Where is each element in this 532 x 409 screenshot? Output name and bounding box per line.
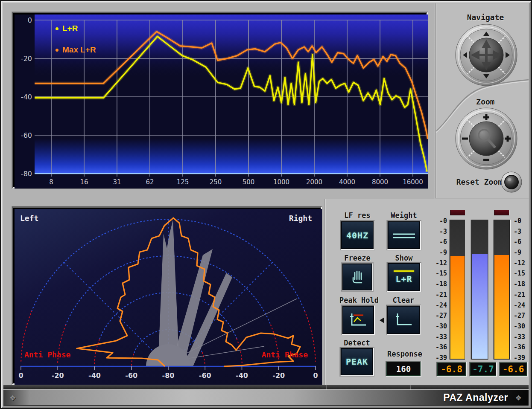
svg-text:-60: -60 [21, 131, 32, 139]
svg-text:8000: 8000 [372, 178, 388, 186]
meter-scale-right: -0-3-6-9-12-15-18-21-24-27-30-33-36-39 [514, 217, 532, 362]
meter-scale-label: -27 [514, 312, 532, 319]
waves-ornament-icon: ❖ [515, 394, 522, 402]
meter-fill-mid [472, 254, 488, 359]
meter-scale-label: -18 [427, 280, 447, 288]
response-display[interactable]: 160 [386, 361, 421, 377]
show-label: Show [387, 254, 421, 262]
phase-display: 0-20-40-60-80-60-40-200 Left Right Anti … [12, 206, 322, 385]
strip-notch [410, 385, 411, 389]
meter-scale-label: -18 [514, 280, 532, 288]
svg-text:0: 0 [18, 371, 23, 380]
weight-lines-icon [390, 229, 418, 242]
meter-readout-right-value: -6.6 [503, 364, 524, 374]
navigate-label: Navigate [443, 13, 528, 22]
svg-text:-60: -60 [125, 371, 137, 380]
svg-text:-40: -40 [236, 371, 248, 380]
meter-scale-label: -21 [514, 291, 532, 299]
response-value: 160 [396, 364, 411, 374]
plugin-title: PAZ Analyzer [443, 392, 508, 403]
meter-readout-mid-value: -7.7 [472, 364, 494, 374]
svg-text:62: 62 [146, 178, 154, 186]
svg-text:-40: -40 [21, 93, 32, 101]
clear-button[interactable] [386, 305, 421, 335]
svg-text:-20: -20 [272, 371, 285, 380]
svg-text:16: 16 [80, 178, 88, 186]
waves-ornament-icon: ❖ [9, 394, 16, 402]
weight-label: Weight [387, 211, 421, 220]
meter-scale-label: -6 [427, 238, 447, 246]
detect-label: Detect [340, 339, 374, 347]
meter-scale-label: -3 [427, 228, 447, 235]
svg-text:0: 0 [313, 371, 318, 380]
meter-scale-label: -0 [514, 217, 532, 225]
svg-text:-60: -60 [199, 371, 211, 380]
peak-hold-button[interactable] [342, 305, 375, 335]
panel-divider-horizontal [3, 198, 529, 199]
lf-res-button[interactable]: 40HZ [340, 220, 374, 250]
navigate-zoom-panel: Navigate Zoom [435, 3, 529, 198]
clear-axes-icon [393, 311, 414, 328]
show-value: L+R [395, 274, 412, 284]
hand-icon [348, 269, 366, 286]
title-bar: ❖ PAZ Analyzer ❖ [3, 389, 529, 406]
freeze-button[interactable] [342, 263, 373, 291]
peak-hold-icon [348, 311, 368, 328]
svg-text:2000: 2000 [306, 178, 322, 186]
svg-text:0: 0 [28, 16, 32, 24]
meter-scale-label: -30 [427, 322, 447, 330]
strip-notch [326, 385, 327, 389]
meter-scale-label: -33 [427, 333, 447, 341]
svg-text:-40: -40 [88, 371, 101, 380]
meter-readout-mid[interactable]: -7.7 [469, 362, 497, 377]
meter-scale-label: -30 [514, 322, 532, 330]
reset-zoom-label: Reset Zoom [438, 177, 503, 186]
meter-scale-label: -6 [514, 238, 532, 246]
peak-hold-label: Peak Hold [333, 296, 385, 305]
freeze-label: Freeze [342, 254, 373, 262]
lf-res-value: 40HZ [346, 230, 368, 241]
zoom-pad[interactable] [454, 107, 518, 171]
detect-button[interactable]: PEAK [340, 347, 374, 376]
meter-scale-label: -24 [427, 302, 447, 309]
meter-scale-label: -21 [427, 291, 447, 299]
plugin-window: 81631621252505001000200040008000160000-2… [0, 0, 532, 409]
meter-scale-label: -36 [514, 343, 532, 351]
panel-divider-vertical-bottom [324, 199, 326, 386]
zoom-label: Zoom [443, 97, 528, 106]
show-button[interactable]: L+R [387, 262, 421, 292]
phase-right-label: Right [289, 214, 312, 223]
svg-text:-80: -80 [162, 371, 175, 380]
meter-bar-right [494, 220, 510, 360]
meter-scale-label: -15 [427, 270, 447, 277]
svg-text:250: 250 [210, 178, 222, 186]
meter-bar-left [450, 220, 465, 360]
svg-text:125: 125 [177, 178, 189, 186]
meter-readout-left-value: -6.8 [441, 364, 462, 374]
clear-label: Clear [386, 296, 421, 305]
show-selected-underline [394, 270, 414, 272]
bottom-groove-strip [3, 385, 529, 389]
svg-text:31: 31 [113, 178, 121, 186]
meter-scale-label: -33 [514, 333, 532, 341]
weight-button[interactable] [387, 220, 421, 250]
svg-text:8: 8 [49, 178, 53, 186]
peak-indicator-right [494, 210, 509, 215]
reset-zoom-button[interactable] [501, 171, 522, 193]
meter-scale-label: -39 [514, 354, 532, 362]
meter-scale-label: -15 [514, 270, 532, 277]
meter-readout-right[interactable]: -6.6 [499, 362, 528, 377]
meter-scale-left: -0-3-6-9-12-15-18-21-24-27-30-33-36-39 [427, 217, 447, 362]
meter-scale-label: -12 [427, 259, 447, 267]
meter-readout-left[interactable]: -6.8 [436, 362, 467, 377]
navigate-pad[interactable] [454, 23, 518, 87]
response-label: Response [377, 350, 433, 358]
meter-scale-label: -36 [427, 343, 447, 351]
legend-item-lr: L+R [56, 23, 96, 34]
meter-scale-label: -3 [514, 228, 532, 235]
meter-scale-label: -0 [427, 217, 447, 225]
legend-dot-lr [56, 27, 58, 30]
spectrum-display[interactable]: 81631621252505001000200040008000160000-2… [12, 12, 428, 189]
peak-indicator-left [450, 210, 465, 215]
legend-item-max-lr: Max L+R [56, 45, 96, 55]
